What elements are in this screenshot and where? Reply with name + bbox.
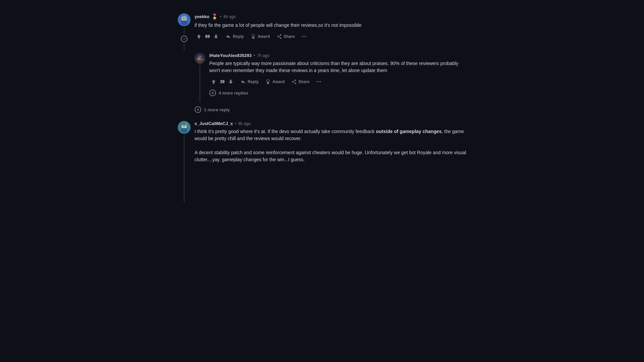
- comment-cj: x_JustCallMeCJ_x • 8h ago I think it's p…: [178, 121, 466, 202]
- flair-yeekko: 🎖️: [211, 13, 218, 20]
- svg-point-15: [198, 58, 200, 59]
- downvote-icon-alex: [228, 79, 234, 85]
- share-icon-yeekko: [277, 34, 282, 39]
- dot-alex: •: [254, 53, 255, 58]
- downvote-btn-alex[interactable]: [226, 77, 235, 86]
- vote-section-yeekko: 69: [195, 32, 220, 41]
- share-label-alex: Share: [299, 79, 310, 84]
- username-alex: IHateYouAlex835293: [209, 53, 252, 58]
- comment-thread: − yeekko 🎖️ • 8h ago if they fix the gam…: [178, 13, 466, 205]
- username-yeekko: yeekko: [195, 14, 209, 19]
- svg-text:JULY 5: JULY 5: [197, 59, 204, 61]
- svg-point-21: [181, 128, 187, 133]
- timestamp-cj: 8h ago: [238, 121, 251, 126]
- reply-icon-alex: [240, 79, 246, 84]
- comment-left-yeekko: −: [178, 13, 191, 50]
- dot-yeekko: •: [220, 14, 221, 19]
- timestamp-alex: 7h ago: [257, 53, 269, 58]
- more-btn-yeekko[interactable]: ···: [299, 32, 309, 41]
- svg-point-24: [183, 126, 183, 127]
- vote-count-yeekko: 69: [205, 34, 210, 39]
- one-more-reply-circle: +: [195, 106, 201, 113]
- comment-body-alex: People are typically way more passionate…: [209, 60, 466, 74]
- comment-header-alex: IHateYouAlex835293 • 7h ago: [209, 53, 466, 58]
- svg-rect-27: [182, 123, 186, 124]
- comment-body-yeekko: if they fix the game a lot of people wil…: [195, 22, 466, 29]
- svg-point-17: [267, 79, 269, 82]
- reply-label-yeekko: Reply: [233, 34, 244, 39]
- reply-btn-alex[interactable]: Reply: [238, 78, 261, 86]
- avatar-alex: JULY 5: [195, 53, 205, 64]
- svg-point-3: [181, 20, 187, 25]
- award-label-alex: Award: [272, 79, 284, 84]
- comment-body-p2-cj: A decent stability patch and some reinfo…: [195, 149, 466, 163]
- upvote-btn-yeekko[interactable]: [195, 32, 203, 41]
- upvote-icon-yeekko: [196, 34, 202, 40]
- comment-body-bold-cj: outside of gameplay changes: [376, 129, 442, 134]
- more-btn-alex[interactable]: ···: [314, 77, 324, 86]
- comment-header-yeekko: yeekko 🎖️ • 8h ago: [195, 13, 466, 20]
- upvote-btn-alex[interactable]: [209, 77, 218, 86]
- reply-icon-yeekko: [226, 34, 231, 39]
- thread-line-cj-line: [184, 135, 184, 202]
- reply-btn-yeekko[interactable]: Reply: [223, 33, 247, 41]
- award-label-yeekko: Award: [258, 34, 270, 39]
- avatar-cj: [178, 121, 191, 134]
- more-replies-alex[interactable]: + 4 more replies: [209, 88, 466, 98]
- page-container: − yeekko 🎖️ • 8h ago if they fix the gam…: [171, 0, 473, 218]
- username-cj: x_JustCallMeCJ_x: [195, 121, 233, 126]
- comment-left-cj: [178, 121, 191, 202]
- thread-line-alex: [200, 65, 200, 102]
- comment-body-text-alex: People are typically way more passionate…: [209, 61, 458, 73]
- upvote-icon-alex: [211, 79, 217, 85]
- more-replies-circle-alex: +: [209, 89, 216, 96]
- avatar-yeekko: [178, 13, 191, 26]
- action-bar-alex: 39 Reply: [209, 77, 466, 86]
- svg-point-7: [185, 18, 186, 18]
- nested-thread-alex: JULY 5 IHateYouAlex835293 • 7h ago: [195, 53, 466, 102]
- vote-section-alex: 39: [209, 77, 235, 86]
- share-btn-alex[interactable]: Share: [289, 78, 312, 86]
- avatar-alex-svg: JULY 5: [195, 53, 205, 64]
- award-icon-yeekko: [251, 34, 256, 39]
- award-btn-alex[interactable]: Award: [263, 78, 287, 86]
- avatar-yeekko-svg: [178, 13, 191, 26]
- thread-line-yeekko-line: [184, 27, 184, 34]
- share-btn-yeekko[interactable]: Share: [274, 33, 298, 41]
- thread-line-yeekko-bottom: [184, 44, 184, 50]
- comment-body-cj: I think it's pretty good where it's at. …: [195, 128, 466, 163]
- comment-body-text-yeekko: if they fix the game a lot of people wil…: [195, 22, 362, 28]
- svg-point-25: [185, 126, 186, 127]
- thread-line-yeekko: [184, 27, 184, 34]
- thread-line-cj: [184, 135, 184, 202]
- thread-line-yeekko-bottom-line: [184, 44, 184, 50]
- timestamp-yeekko: 8h ago: [223, 14, 236, 19]
- svg-point-6: [182, 18, 183, 18]
- one-more-reply-label: 1 more reply: [204, 107, 230, 112]
- nested-left-alex: JULY 5: [195, 53, 205, 102]
- svg-point-28: [186, 123, 187, 124]
- thread-line-alex-line: [200, 65, 200, 102]
- svg-point-16: [200, 58, 201, 59]
- share-label-yeekko: Share: [284, 34, 295, 39]
- svg-point-8: [252, 34, 255, 37]
- action-bar-yeekko: 69 Reply: [195, 32, 466, 41]
- one-more-reply[interactable]: + 1 more reply: [195, 105, 466, 114]
- vote-count-alex: 39: [220, 79, 224, 84]
- share-icon-alex: [291, 79, 297, 84]
- comment-header-cj: x_JustCallMeCJ_x • 8h ago: [195, 121, 466, 126]
- award-icon-alex: [265, 79, 271, 84]
- downvote-btn-yeekko[interactable]: [212, 32, 220, 41]
- reply-label-alex: Reply: [248, 79, 259, 84]
- collapse-btn-yeekko[interactable]: −: [181, 36, 187, 42]
- comment-right-yeekko: yeekko 🎖️ • 8h ago if they fix the game …: [195, 13, 466, 50]
- dot-cj: •: [235, 121, 236, 126]
- comment-right-cj: x_JustCallMeCJ_x • 8h ago I think it's p…: [195, 121, 466, 202]
- more-replies-label-alex: 4 more replies: [219, 90, 248, 96]
- award-btn-yeekko[interactable]: Award: [248, 33, 272, 41]
- comment-yeekko: − yeekko 🎖️ • 8h ago if they fix the gam…: [178, 13, 466, 50]
- nested-right-alex: IHateYouAlex835293 • 7h ago People are t…: [209, 53, 466, 102]
- comment-body-p1-cj: I think it's pretty good where it's at. …: [195, 128, 466, 142]
- svg-point-14: [197, 58, 198, 59]
- downvote-icon-yeekko: [213, 34, 219, 40]
